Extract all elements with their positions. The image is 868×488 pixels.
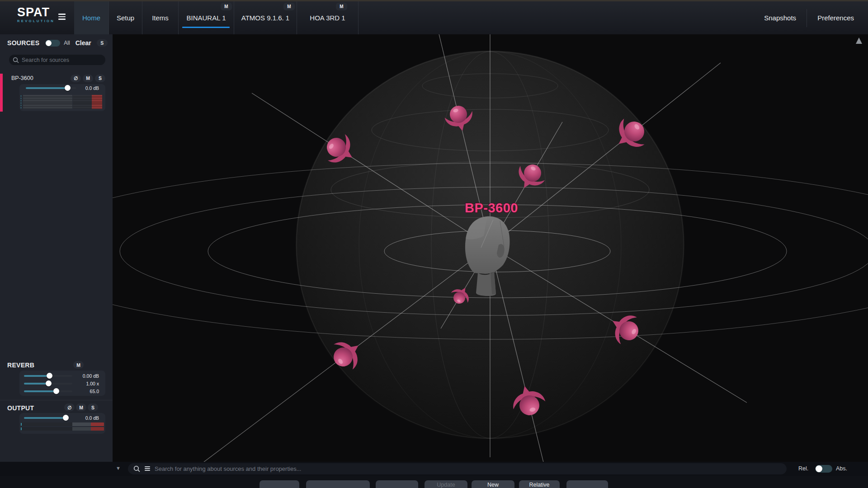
- search-icon: [13, 57, 19, 63]
- scene-source-label[interactable]: BP-3600: [465, 201, 518, 215]
- slider-knob[interactable]: [53, 388, 59, 394]
- reverb-gain-slider: 0.00 dB: [19, 372, 105, 380]
- logo-subtitle: REVOLUTION: [17, 19, 55, 23]
- output-header: OUTPUT ∅ M S: [7, 404, 34, 413]
- slider-knob[interactable]: [46, 380, 52, 386]
- tab-binaural-1[interactable]: BINAURAL 1 M: [179, 1, 234, 34]
- new-button[interactable]: New: [472, 480, 514, 488]
- sources-all-label: All: [64, 40, 70, 46]
- tab-home[interactable]: Home: [74, 1, 109, 34]
- output-solo-button[interactable]: S: [88, 404, 98, 411]
- relative-mode-label: Rel.: [798, 465, 808, 472]
- reverb-mute-button[interactable]: M: [73, 361, 84, 369]
- scene-viewport[interactable]: BP-3600: [113, 34, 868, 462]
- source-solo-button[interactable]: S: [95, 75, 105, 82]
- slider-knob[interactable]: [63, 415, 69, 421]
- output-title: OUTPUT: [7, 404, 34, 412]
- source-controls: 0.0 dB: [19, 84, 105, 111]
- tab-atmos-label: ATMOS 9.1.6. 1: [241, 14, 289, 22]
- update-button[interactable]: Update: [425, 480, 467, 488]
- sources-clear-button[interactable]: Clear: [75, 39, 91, 47]
- absolute-mode-label: Abs.: [836, 465, 847, 472]
- sources-sidebar: SOURCES All Clear S BP-3600 ∅ M S: [0, 34, 113, 462]
- app-logo: SPAT REVOLUTION: [17, 6, 55, 23]
- active-tab-underline: [182, 27, 230, 28]
- sources-header: SOURCES All Clear S: [7, 38, 108, 47]
- reverb-controls: 0.00 dB 1.00 x 65.0: [19, 371, 105, 396]
- master-badge: M: [221, 3, 232, 10]
- relative-button[interactable]: Relative: [519, 480, 560, 488]
- slider-knob[interactable]: [65, 85, 71, 91]
- tab-home-label: Home: [82, 14, 100, 22]
- dropdown-caret-icon[interactable]: ▼: [116, 465, 121, 471]
- reverb-size-slider: 65.0: [19, 387, 105, 395]
- tab-setup-label: Setup: [117, 14, 134, 22]
- slider-fill: [26, 87, 67, 89]
- list-icon[interactable]: [145, 466, 150, 472]
- meter-threshold-line: [21, 95, 21, 108]
- global-search: [128, 463, 787, 474]
- bottom-bar: ▼ Rel. Abs.: [0, 462, 868, 476]
- main-tabs: Home Setup Items BINAURAL 1 M ATMOS 9.1.…: [74, 1, 359, 34]
- search-icon: [133, 465, 140, 472]
- source-name: BP-3600: [11, 75, 33, 81]
- output-controls: 0.0 dB: [19, 413, 105, 434]
- logo-title: SPAT: [17, 6, 55, 19]
- topbar-right: Snapshots Preferences: [754, 1, 864, 34]
- output-gain-value: 0.0 dB: [85, 415, 99, 421]
- preferences-button[interactable]: Preferences: [807, 8, 864, 28]
- action-button-2[interactable]: [306, 480, 370, 488]
- slider-knob[interactable]: [47, 373, 52, 379]
- reverb-header: REVERB M: [7, 361, 34, 370]
- reverb-factor-value: 1.00 x: [86, 381, 99, 386]
- sources-search: [9, 55, 105, 65]
- source-gain-value: 0.0 dB: [85, 85, 99, 91]
- source-mute-button[interactable]: M: [83, 75, 93, 82]
- output-gain-slider: 0.0 dB: [19, 414, 105, 422]
- tab-binaural-label: BINAURAL 1: [187, 14, 226, 22]
- tab-atmos-9161[interactable]: ATMOS 9.1.6. 1 M: [234, 1, 297, 34]
- scene-3d: BP-3600: [113, 34, 868, 462]
- tab-setup[interactable]: Setup: [109, 1, 142, 34]
- sources-title: SOURCES: [7, 39, 39, 47]
- master-badge: M: [283, 3, 295, 10]
- actions-row: Update New Relative: [0, 476, 868, 488]
- top-bar: SPAT REVOLUTION Home Setup Items BINAURA…: [0, 0, 868, 34]
- snapshots-button[interactable]: Snapshots: [754, 8, 807, 28]
- tab-hoa-3rd-1[interactable]: HOA 3RD 1 M: [297, 1, 359, 34]
- source-level-meter: [23, 95, 102, 109]
- action-button-3[interactable]: [376, 480, 418, 488]
- rel-abs-toggle[interactable]: [815, 465, 832, 473]
- sources-filter-toggle[interactable]: [45, 40, 60, 47]
- action-button-1[interactable]: [259, 480, 299, 488]
- sources-search-input[interactable]: [22, 57, 102, 63]
- output-bypass-button[interactable]: ∅: [64, 404, 75, 411]
- source-strip-header: BP-3600 ∅ M S: [11, 74, 105, 83]
- master-badge: M: [336, 3, 347, 10]
- source-color-bar: [0, 74, 3, 112]
- sidebar-divider: [0, 400, 113, 400]
- source-bypass-button[interactable]: ∅: [71, 75, 81, 82]
- menu-icon[interactable]: [58, 14, 66, 21]
- reverb-gain-value: 0.00 dB: [83, 373, 99, 379]
- spat-revolution-app: SPAT REVOLUTION Home Setup Items BINAURA…: [0, 0, 868, 488]
- tab-items[interactable]: Items: [142, 1, 179, 34]
- reverb-factor-slider: 1.00 x: [19, 380, 105, 387]
- global-search-input[interactable]: [155, 465, 781, 472]
- output-level-meter: [21, 422, 104, 432]
- action-button-4[interactable]: [566, 480, 608, 488]
- tab-hoa-label: HOA 3RD 1: [310, 14, 345, 22]
- reverb-title: REVERB: [7, 361, 34, 369]
- source-strip-bp3600[interactable]: BP-3600 ∅ M S 0.0 dB: [0, 74, 113, 112]
- sources-solo-button[interactable]: S: [97, 39, 108, 47]
- source-gain-slider: 0.0 dB: [19, 84, 105, 92]
- output-mute-button[interactable]: M: [76, 404, 86, 411]
- tab-items-label: Items: [152, 14, 169, 22]
- reverb-size-value: 65.0: [90, 389, 99, 394]
